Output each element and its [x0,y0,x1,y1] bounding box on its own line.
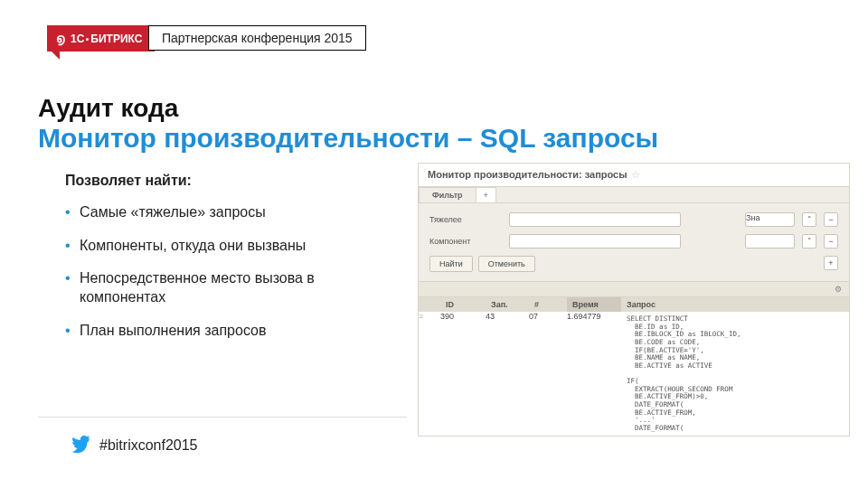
footer: #bitrixconf2015 [71,436,198,455]
slide-title-2: Монитор производительности – SQL запросы [38,123,658,154]
filter-remove-button[interactable]: − [824,212,838,227]
cell-hits: 43 [486,312,529,321]
filter-up-button[interactable]: ˄ [802,212,816,227]
cell-sql: SELECT DISTINCT BE.ID as ID, BE.IBLOCK_I… [621,312,849,436]
filter-input-2[interactable] [509,234,681,249]
col-time[interactable]: Время [567,297,621,312]
bullet-list: Позволяет найти: Самые «тяжелые» запросы… [65,172,400,355]
twitter-icon [71,436,90,455]
star-icon: ☆ [631,169,640,180]
row-menu-icon[interactable]: ≡ [419,312,440,321]
screenshot-panel: Монитор производительности: запросы☆ Фил… [418,163,850,436]
cell-id: 390 [440,312,486,321]
table-header: ID Зап. # Время Запрос [419,297,849,312]
conference-badge: Партнерская конференция 2015 [148,25,366,51]
filter-tabs: Фильтр + [419,187,849,203]
cell-time: 1.694779 [567,312,621,321]
filter-label-2: Компонент [429,237,502,246]
screenshot-title: Монитор производительности: запросы☆ [419,164,849,187]
filter-condition-select-2[interactable] [745,234,795,249]
filter-label-1: Тяжелее [429,215,502,224]
tab-add[interactable]: + [476,187,496,202]
add-filter-button[interactable]: + [824,256,838,270]
bullet-item: Самые «тяжелые» запросы [65,203,400,222]
divider [38,417,407,418]
brand-ribbon-tail [47,47,60,60]
filter-remove-button-2[interactable]: − [824,234,838,249]
find-button[interactable]: Найти [429,256,473,272]
bullet-item: План выполнения запросов [65,322,400,341]
filter-condition-select[interactable]: Зна [745,212,795,227]
filter-input-1[interactable] [509,212,681,227]
col-num[interactable]: # [529,297,567,312]
table-row[interactable]: ≡ 390 43 07 1.694779 SELECT DISTINCT BE.… [419,312,849,436]
bullet-item: Компоненты, откуда они вызваны [65,237,400,256]
brand-swirl-icon: ൭ [56,31,65,46]
col-query[interactable]: Запрос [621,297,849,312]
slide-title-1: Аудит кода [38,94,178,123]
col-hits[interactable]: Зап. [486,297,529,312]
brand-ribbon: ൭ 1СБИТРИКС [47,25,155,52]
cancel-button[interactable]: Отменить [478,256,535,272]
filter-up-button-2[interactable]: ˄ [802,234,816,249]
footer-hashtag: #bitrixconf2015 [99,437,198,454]
brand-text: 1СБИТРИКС [71,33,142,45]
gear-icon[interactable]: ⚙ [835,285,842,294]
bullet-item: Непосредственное место вызова в компонен… [65,269,400,307]
tab-filter[interactable]: Фильтр [419,187,476,202]
bullet-lead: Позволяет найти: [65,172,400,191]
col-id[interactable]: ID [440,297,486,312]
cell-num: 07 [529,312,567,321]
